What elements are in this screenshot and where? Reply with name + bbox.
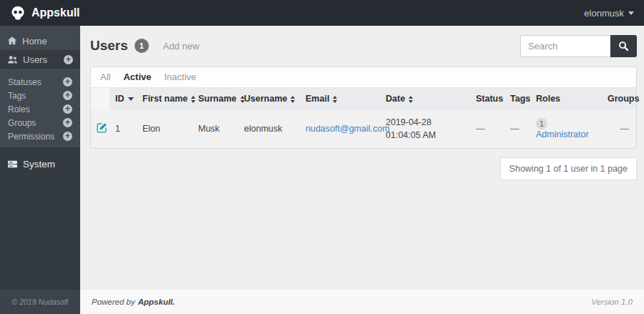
role-count-badge: 1 bbox=[536, 118, 547, 129]
search-group bbox=[520, 35, 637, 57]
plus-circle-icon[interactable] bbox=[63, 91, 72, 100]
sort-icon bbox=[191, 96, 195, 103]
sort-desc-icon bbox=[128, 97, 134, 101]
skull-icon bbox=[10, 5, 26, 21]
tab-all[interactable]: All bbox=[100, 72, 110, 82]
page-title: Users bbox=[90, 38, 128, 54]
server-icon bbox=[7, 160, 18, 169]
cell-roles: 1Administrator bbox=[530, 109, 602, 148]
sidebar-item-label: Users bbox=[23, 54, 47, 65]
cell-first-name: Elon bbox=[137, 109, 192, 148]
column-header-groups: Groups bbox=[602, 88, 636, 109]
plus-circle-icon[interactable] bbox=[64, 55, 73, 64]
topbar: Appskull elonmusk bbox=[0, 0, 644, 26]
sidebar-item-label: Home bbox=[22, 36, 47, 46]
sidebar-item-groups[interactable]: Groups bbox=[0, 116, 80, 129]
users-count-badge: 1 bbox=[135, 39, 149, 53]
column-header-surname[interactable]: Surname bbox=[192, 88, 238, 109]
sidebar-item-tags[interactable]: Tags bbox=[0, 89, 80, 102]
column-header-first-name[interactable]: First name bbox=[137, 88, 192, 109]
users-table: ID First name Surname Username Email Dat… bbox=[91, 88, 636, 148]
sidebar-item-label: Permissions bbox=[8, 132, 54, 142]
cell-surname: Musk bbox=[192, 109, 238, 148]
cell-groups: — bbox=[602, 109, 636, 148]
sidebar-item-label: Statuses bbox=[8, 77, 42, 87]
column-header-id[interactable]: ID bbox=[109, 88, 137, 109]
app-logo: Appskull bbox=[10, 5, 80, 21]
footer-brand: Appskull. bbox=[138, 298, 175, 306]
footer-copyright: © 2019 Nudasoft bbox=[0, 290, 80, 314]
user-menu-label: elonmusk bbox=[584, 8, 624, 19]
sidebar-item-home[interactable]: Home bbox=[0, 31, 80, 50]
chevron-down-icon bbox=[628, 11, 634, 15]
column-header-email[interactable]: Email bbox=[300, 88, 380, 109]
filter-tabs: All Active Inactive bbox=[91, 67, 636, 88]
sidebar-item-users[interactable]: Users bbox=[0, 50, 80, 69]
plus-circle-icon[interactable] bbox=[63, 104, 72, 114]
brand-name: Appskull bbox=[31, 6, 80, 19]
column-header-edit bbox=[91, 88, 109, 109]
cell-id: 1 bbox=[109, 109, 137, 148]
cell-date: 2019-04-28 01:04:05 AM bbox=[380, 109, 470, 148]
search-icon bbox=[618, 41, 629, 51]
email-link[interactable]: nudasoft@gmail.com bbox=[306, 124, 390, 134]
sort-icon bbox=[409, 96, 413, 103]
sidebar: Home Users Statuses Tags Roles bbox=[0, 26, 80, 290]
sort-icon bbox=[333, 96, 337, 103]
footer: © 2019 Nudasoft Powered byAppskull. Vers… bbox=[0, 290, 644, 314]
column-header-status: Status bbox=[470, 88, 504, 109]
cell-status: — bbox=[470, 109, 504, 148]
users-card: All Active Inactive ID First name Surnam… bbox=[90, 67, 637, 149]
edit-user-button[interactable] bbox=[97, 122, 107, 133]
sidebar-system-section: System bbox=[0, 147, 80, 290]
sort-icon bbox=[291, 96, 295, 103]
role-link[interactable]: Administrator bbox=[536, 129, 589, 139]
sidebar-item-label: System bbox=[23, 159, 55, 170]
sidebar-item-statuses[interactable]: Statuses bbox=[0, 75, 80, 89]
column-header-username[interactable]: Username bbox=[238, 88, 300, 109]
table-header-row: ID First name Surname Username Email Dat… bbox=[91, 88, 636, 109]
footer-powered-by: Powered byAppskull. bbox=[92, 298, 175, 306]
sidebar-item-label: Roles bbox=[8, 104, 30, 114]
footer-version: Version 1.0 bbox=[591, 298, 633, 306]
column-header-roles: Roles bbox=[530, 88, 602, 109]
sidebar-item-label: Tags bbox=[8, 91, 26, 101]
user-menu[interactable]: elonmusk bbox=[584, 8, 634, 19]
column-header-date[interactable]: Date bbox=[380, 88, 470, 109]
tab-active[interactable]: Active bbox=[123, 72, 151, 82]
sidebar-item-label: Groups bbox=[8, 118, 36, 128]
search-input[interactable] bbox=[520, 35, 610, 57]
search-button[interactable] bbox=[610, 35, 637, 57]
sidebar-item-roles[interactable]: Roles bbox=[0, 102, 80, 116]
pagination-summary: Showing 1 of 1 user in 1 page bbox=[500, 157, 637, 180]
plus-circle-icon[interactable] bbox=[63, 77, 72, 87]
column-header-tags: Tags bbox=[504, 88, 530, 109]
table-row: 1 Elon Musk elonmusk nudasoft@gmail.com … bbox=[91, 109, 636, 148]
cell-tags: — bbox=[504, 109, 530, 148]
plus-circle-icon[interactable] bbox=[63, 132, 72, 141]
main-content: Users 1 Add new All Active bbox=[80, 26, 644, 290]
add-new-link[interactable]: Add new bbox=[163, 41, 200, 51]
users-icon bbox=[7, 55, 18, 64]
home-icon bbox=[7, 36, 17, 46]
tab-inactive[interactable]: Inactive bbox=[164, 72, 196, 82]
cell-username: elonmusk bbox=[238, 109, 300, 148]
plus-circle-icon[interactable] bbox=[63, 118, 72, 127]
sidebar-item-permissions[interactable]: Permissions bbox=[0, 129, 80, 143]
sidebar-item-system[interactable]: System bbox=[0, 154, 80, 173]
